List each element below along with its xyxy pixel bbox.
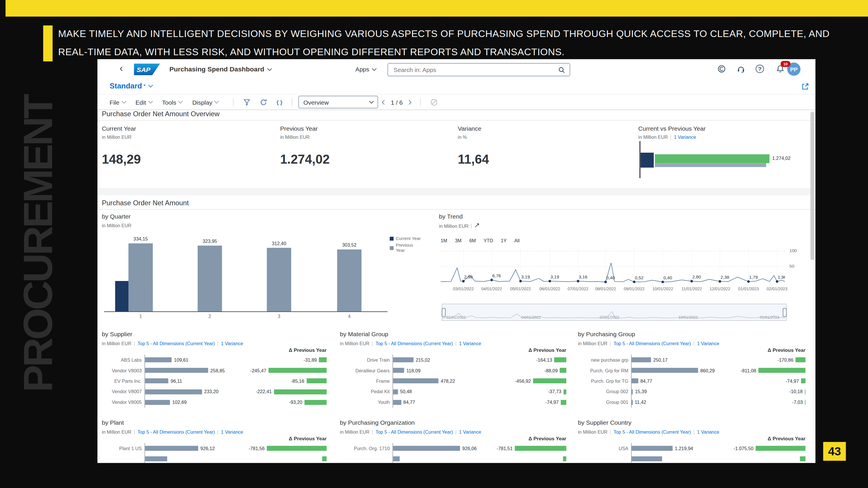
bullet-current-bar[interactable] xyxy=(641,153,654,168)
value-bar[interactable] xyxy=(393,368,404,373)
delta-bar[interactable] xyxy=(560,368,566,373)
delta-bar[interactable] xyxy=(564,389,566,394)
trend-line-plot[interactable]: 2,986,763,193,193,160,400,520,402,802,38… xyxy=(441,244,785,283)
delta-bar[interactable] xyxy=(322,456,327,461)
value-label: 15,39 xyxy=(635,389,647,394)
value-bar[interactable] xyxy=(631,357,651,362)
bar-previous-year[interactable] xyxy=(267,248,291,312)
value-bar[interactable] xyxy=(393,446,460,451)
top5-dimensions-link[interactable]: Top 5 - All Dimensions (Current Year) xyxy=(614,429,691,435)
bullet-chart[interactable]: 1.274,02 xyxy=(638,141,804,178)
delta-bar[interactable] xyxy=(306,379,327,384)
delta-bar[interactable] xyxy=(805,389,806,394)
top5-dimensions-link[interactable]: Top 5 - All Dimensions (Current Year) xyxy=(137,429,215,435)
kpi-variance[interactable]: Variance in % 11,64 xyxy=(458,125,624,167)
delta-bar[interactable] xyxy=(756,446,806,451)
range-6m[interactable]: 6M xyxy=(469,238,476,243)
value-bar[interactable] xyxy=(145,456,167,461)
value-bar[interactable] xyxy=(631,456,662,461)
variance-link[interactable]: 1 Variance xyxy=(674,134,696,140)
top5-dimensions-link[interactable]: Top 5 - All Dimensions (Current Year) xyxy=(137,341,215,346)
top5-dimensions-link[interactable]: Top 5 - All Dimensions (Current Year) xyxy=(376,341,453,346)
top5-dimensions-link[interactable]: Top 5 - All Dimensions (Current Year) xyxy=(614,341,691,346)
delta-bar[interactable] xyxy=(805,400,806,405)
value-bar[interactable] xyxy=(145,400,170,405)
timeline-scrubber[interactable]: 01/01/202204/01/202207/01/202210/01/2022… xyxy=(442,303,787,321)
bar-previous-year[interactable] xyxy=(337,250,361,312)
variance-link[interactable]: 1 Variance xyxy=(459,341,482,346)
range-1m[interactable]: 1M xyxy=(441,238,447,243)
value-bar[interactable] xyxy=(393,379,438,384)
menu-tools[interactable]: Tools xyxy=(162,99,182,105)
bar-previous-year[interactable] xyxy=(128,243,153,312)
menu-edit[interactable]: Edit xyxy=(135,99,152,105)
code-braces-icon[interactable]: { } xyxy=(277,99,282,105)
kpi-previous-year[interactable]: Previous Year in Million EUR 1.274,02 xyxy=(280,125,446,167)
delta-bar[interactable] xyxy=(554,357,566,362)
value-bar[interactable] xyxy=(631,389,633,394)
variance-link[interactable]: 1 Variance xyxy=(697,341,719,346)
value-bar[interactable] xyxy=(393,400,401,405)
variance-link[interactable]: 1 Variance xyxy=(459,429,482,435)
delta-bar[interactable] xyxy=(801,379,806,384)
scrubber-handle-right[interactable] xyxy=(783,308,786,317)
delta-bar[interactable] xyxy=(533,379,566,384)
view-selector[interactable]: Overview xyxy=(298,96,378,108)
value-bar[interactable] xyxy=(631,379,638,384)
range-ytd[interactable]: YTD xyxy=(484,238,493,243)
value-bar[interactable] xyxy=(631,368,698,373)
delta-bar[interactable] xyxy=(267,446,327,451)
value-bar[interactable] xyxy=(145,357,172,362)
delta-cell: -31,89 xyxy=(244,357,327,362)
kpi-current-year[interactable]: Current Year in Million EUR 148,29 xyxy=(102,125,268,167)
next-page-icon[interactable] xyxy=(407,100,412,104)
range-all[interactable]: All xyxy=(515,238,520,243)
menu-edit-label: Edit xyxy=(135,99,146,105)
value-bar[interactable] xyxy=(631,400,632,405)
value-bar[interactable] xyxy=(145,379,168,384)
delta-bar[interactable] xyxy=(561,400,566,405)
trend-line-svg[interactable]: 2,986,763,193,193,160,400,520,402,802,38… xyxy=(441,244,785,283)
table-row: Drive Train215,02-164,13 xyxy=(340,354,566,365)
value-bar[interactable] xyxy=(393,389,398,394)
delta-bar[interactable] xyxy=(305,400,327,405)
range-3m[interactable]: 3M xyxy=(455,238,462,243)
delta-bar[interactable] xyxy=(796,357,806,362)
value-bar[interactable] xyxy=(631,446,673,451)
delta-bar[interactable] xyxy=(563,456,566,461)
delta-bar[interactable] xyxy=(274,389,327,394)
bullet-chart-current-vs-previous[interactable]: Current vs Previous Year in Million EUR … xyxy=(638,125,807,180)
range-1y[interactable]: 1Y xyxy=(501,238,507,243)
delta-bar[interactable] xyxy=(758,368,806,373)
scrollbar[interactable] xyxy=(810,110,814,461)
quarter-bar-plot[interactable]: 334,151323,952312,403303,524 xyxy=(104,234,388,312)
delta-bar[interactable] xyxy=(269,368,327,373)
filter-icon[interactable] xyxy=(243,98,251,106)
delta-column-header: Δ Previous Year xyxy=(768,436,806,442)
menu-display[interactable]: Display xyxy=(192,99,218,105)
table-row: Vendor V8005102,69-93,20 xyxy=(102,397,327,408)
drill-icon[interactable] xyxy=(474,223,479,229)
delta-bar[interactable] xyxy=(800,456,806,461)
value-bar[interactable] xyxy=(145,368,208,373)
variance-link[interactable]: 1 Variance xyxy=(221,429,243,435)
legend-item-previous-year[interactable]: Previous Year xyxy=(390,243,423,253)
value-bar[interactable] xyxy=(145,446,198,451)
bullet-previous-bar[interactable] xyxy=(655,154,769,163)
bar-previous-year[interactable] xyxy=(197,246,222,312)
menu-file[interactable]: File xyxy=(110,99,126,105)
top5-dimensions-link[interactable]: Top 5 - All Dimensions (Current Year) xyxy=(376,429,453,435)
variance-link[interactable]: 1 Variance xyxy=(221,341,243,346)
legend-item-current-year[interactable]: Current Year xyxy=(390,236,423,241)
value-bar[interactable] xyxy=(145,389,202,394)
previous-page-icon[interactable] xyxy=(382,100,386,104)
value-bar[interactable] xyxy=(393,357,413,362)
view-selector-value: Overview xyxy=(304,99,329,105)
refresh-icon[interactable] xyxy=(260,98,268,106)
value-bar[interactable] xyxy=(393,456,400,461)
delta-bar[interactable] xyxy=(515,446,566,451)
delta-bar[interactable] xyxy=(319,357,327,362)
scrollbar-thumb[interactable] xyxy=(810,111,814,260)
scrubber-handle-left[interactable] xyxy=(442,308,445,317)
variance-link[interactable]: 1 Variance xyxy=(697,429,719,435)
